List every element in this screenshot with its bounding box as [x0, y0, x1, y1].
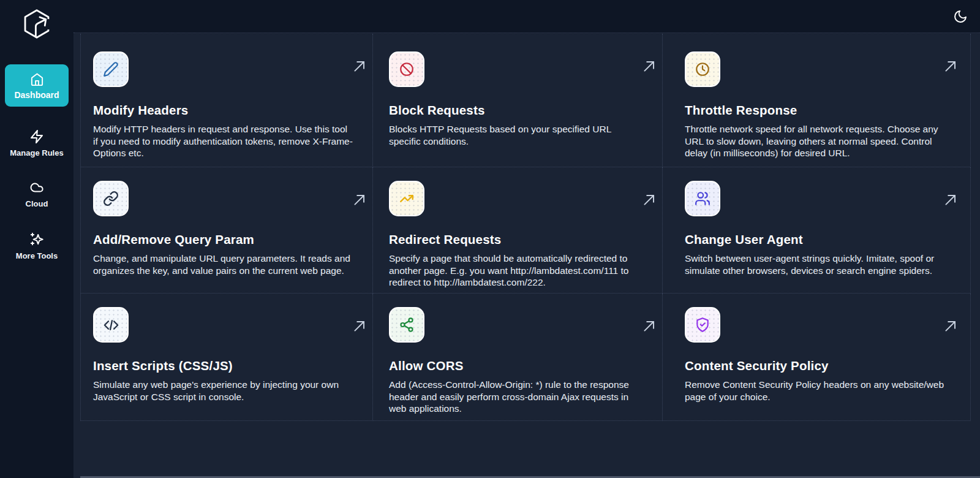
- tool-title: Redirect Requests: [389, 232, 644, 247]
- top-header: [74, 0, 980, 33]
- tool-icon-tile: [93, 307, 129, 343]
- tool-card-modify-headers[interactable]: Modify Headers Modify HTTP headers in re…: [81, 34, 373, 167]
- open-link-icon[interactable]: [641, 58, 657, 74]
- sidebar-item-label: Dashboard: [5, 90, 69, 100]
- tool-description: Change, and manipulate URL query paramet…: [93, 252, 354, 276]
- block-icon: [399, 61, 415, 77]
- trending-up-icon: [399, 191, 415, 207]
- tool-description: Simulate any web page's experience by in…: [93, 379, 354, 403]
- tool-title: Allow CORS: [389, 358, 644, 373]
- tool-icon-tile: [389, 181, 424, 216]
- tool-title: Modify Headers: [93, 103, 354, 118]
- zap-icon: [29, 129, 44, 144]
- users-icon: [695, 191, 710, 207]
- tool-icon-tile: [93, 181, 129, 216]
- tool-card-query-param[interactable]: Add/Remove Query Param Change, and manip…: [81, 167, 373, 294]
- tool-title: Change User Agent: [685, 232, 952, 247]
- tool-title: Insert Scripts (CSS/JS): [93, 358, 354, 373]
- tool-title: Throttle Response: [685, 103, 952, 118]
- tool-card-block-requests[interactable]: Block Requests Blocks HTTP Requests base…: [373, 34, 663, 167]
- shield-check-icon: [695, 317, 710, 333]
- sidebar-item-more-tools[interactable]: More Tools: [0, 231, 74, 260]
- link-icon: [103, 191, 119, 207]
- tool-description: Throttle network speed for all network r…: [685, 123, 952, 159]
- open-link-icon[interactable]: [352, 192, 368, 208]
- tool-card-change-user-agent[interactable]: Change User Agent Switch between user-ag…: [663, 167, 971, 294]
- tool-title: Add/Remove Query Param: [93, 232, 354, 247]
- hexagon-arrow-logo-icon: [21, 8, 53, 40]
- tool-icon-tile: [685, 181, 720, 216]
- tool-icon-tile: [93, 51, 129, 87]
- open-link-icon[interactable]: [943, 58, 959, 74]
- tool-title: Content Security Policy: [685, 358, 952, 373]
- tool-card-redirect-requests[interactable]: Redirect Requests Specify a page that sh…: [373, 167, 663, 294]
- tool-card-throttle-response[interactable]: Throttle Response Throttle network speed…: [663, 34, 971, 167]
- tool-card-insert-scripts[interactable]: Insert Scripts (CSS/JS) Simulate any web…: [81, 294, 373, 421]
- sidebar-item-label: More Tools: [0, 251, 74, 260]
- open-link-icon[interactable]: [352, 318, 368, 334]
- tool-icon-tile: [685, 307, 720, 343]
- tool-description: Switch between user-agent strings quickl…: [685, 252, 952, 276]
- open-link-icon[interactable]: [641, 318, 657, 334]
- pencil-icon: [103, 61, 119, 77]
- tool-description: Remove Content Security Policy headers o…: [685, 379, 952, 403]
- tools-grid: Modify Headers Modify HTTP headers in re…: [80, 34, 970, 421]
- share-icon: [399, 317, 415, 333]
- sidebar-item-cloud[interactable]: Cloud: [0, 180, 74, 208]
- theme-toggle-button[interactable]: [952, 8, 969, 25]
- sidebar: Dashboard Manage Rules Cloud More Tools: [0, 0, 74, 478]
- sidebar-item-dashboard[interactable]: Dashboard: [5, 64, 69, 107]
- sparkles-icon: [29, 231, 45, 247]
- code-icon: [103, 317, 119, 333]
- tool-description: Specify a page that should be automatica…: [389, 252, 644, 289]
- app-logo[interactable]: [0, 0, 74, 40]
- cloud-icon: [29, 180, 45, 195]
- tool-icon-tile: [389, 307, 424, 343]
- clock-icon: [695, 61, 710, 77]
- open-link-icon[interactable]: [943, 318, 959, 334]
- sidebar-item-label: Cloud: [0, 199, 74, 208]
- open-link-icon[interactable]: [641, 192, 657, 208]
- sidebar-item-label: Manage Rules: [0, 148, 74, 157]
- sidebar-item-manage-rules[interactable]: Manage Rules: [0, 129, 74, 157]
- moon-icon: [953, 9, 968, 24]
- open-link-icon[interactable]: [352, 58, 368, 74]
- tool-description: Add (Access-Control-Allow-Origin: *) rul…: [389, 379, 644, 415]
- tool-icon-tile: [389, 51, 424, 87]
- home-icon: [30, 72, 44, 86]
- open-link-icon[interactable]: [943, 192, 959, 208]
- tool-card-content-security-policy[interactable]: Content Security Policy Remove Content S…: [663, 294, 971, 421]
- tool-title: Block Requests: [389, 103, 644, 118]
- tool-description: Blocks HTTP Requests based on your speci…: [389, 123, 644, 147]
- tool-card-allow-cors[interactable]: Allow CORS Add (Access-Control-Allow-Ori…: [373, 294, 663, 421]
- tool-icon-tile: [685, 51, 720, 87]
- tool-description: Modify HTTP headers in request and respo…: [93, 123, 354, 159]
- tools-dashboard: Modify Headers Modify HTTP headers in re…: [74, 34, 980, 478]
